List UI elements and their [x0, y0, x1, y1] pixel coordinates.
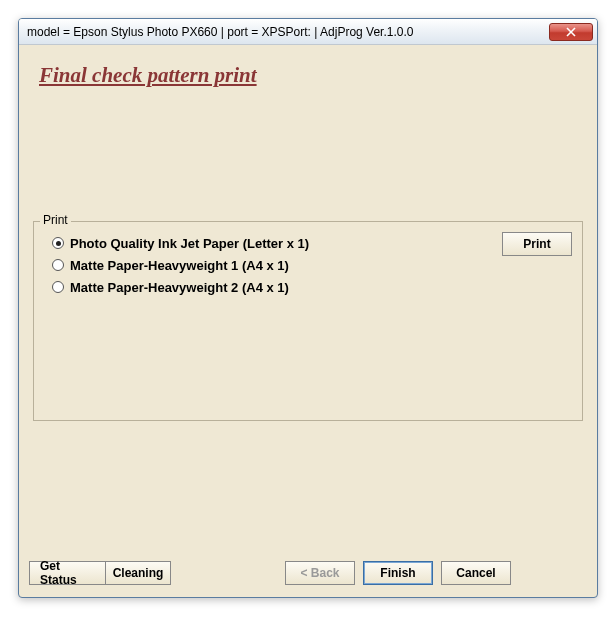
- close-button[interactable]: [549, 23, 593, 41]
- page-title: Final check pattern print: [39, 63, 257, 88]
- radio-icon: [52, 237, 64, 249]
- cancel-button[interactable]: Cancel: [441, 561, 511, 585]
- radio-label: Photo Quality Ink Jet Paper (Letter x 1): [70, 236, 309, 251]
- radio-icon: [52, 281, 64, 293]
- get-status-label: Get Status: [40, 559, 95, 587]
- titlebar: model = Epson Stylus Photo PX660 | port …: [19, 19, 597, 45]
- cleaning-label: Cleaning: [113, 566, 164, 580]
- bottom-button-row: Get Status Cleaning < Back Finish Cancel: [25, 561, 591, 585]
- bottom-left-group: Get Status Cleaning: [29, 561, 171, 585]
- print-groupbox: Print Photo Quality Ink Jet Paper (Lette…: [33, 221, 583, 421]
- radio-label: Matte Paper-Heavyweight 1 (A4 x 1): [70, 258, 289, 273]
- radio-option-matte-1[interactable]: Matte Paper-Heavyweight 1 (A4 x 1): [52, 254, 309, 276]
- cleaning-button[interactable]: Cleaning: [105, 561, 171, 585]
- dialog-window: model = Epson Stylus Photo PX660 | port …: [18, 18, 598, 598]
- bottom-right-group: < Back Finish Cancel: [285, 561, 511, 585]
- get-status-button[interactable]: Get Status: [29, 561, 105, 585]
- radio-option-matte-2[interactable]: Matte Paper-Heavyweight 2 (A4 x 1): [52, 276, 309, 298]
- back-label: < Back: [300, 566, 339, 580]
- back-button: < Back: [285, 561, 355, 585]
- cancel-label: Cancel: [456, 566, 495, 580]
- radio-option-photo-quality[interactable]: Photo Quality Ink Jet Paper (Letter x 1): [52, 232, 309, 254]
- finish-button[interactable]: Finish: [363, 561, 433, 585]
- close-icon: [566, 27, 576, 37]
- radio-icon: [52, 259, 64, 271]
- finish-label: Finish: [380, 566, 415, 580]
- group-legend: Print: [40, 213, 71, 227]
- print-button-label: Print: [523, 237, 550, 251]
- titlebar-text: model = Epson Stylus Photo PX660 | port …: [27, 25, 549, 39]
- radio-label: Matte Paper-Heavyweight 2 (A4 x 1): [70, 280, 289, 295]
- client-area: Final check pattern print Print Photo Qu…: [25, 49, 591, 591]
- print-button[interactable]: Print: [502, 232, 572, 256]
- radio-list: Photo Quality Ink Jet Paper (Letter x 1)…: [52, 232, 309, 298]
